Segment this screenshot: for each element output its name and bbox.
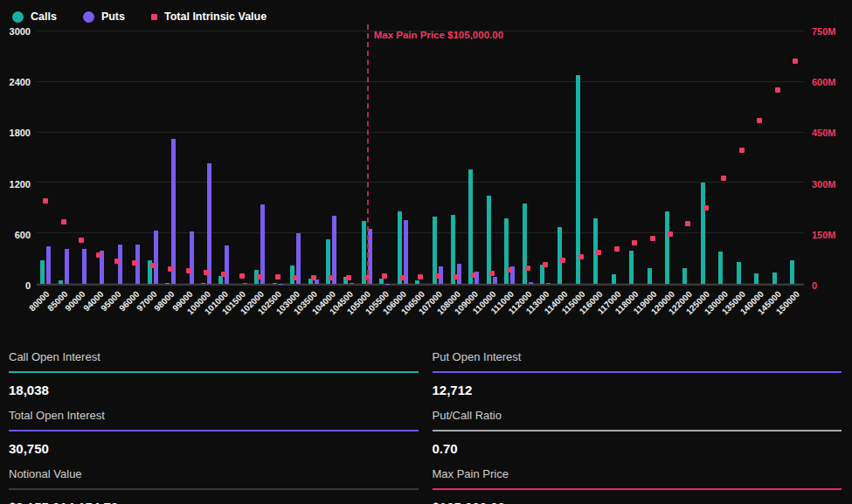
calls-bar[interactable] — [59, 280, 63, 284]
intrinsic-value-point[interactable] — [757, 118, 762, 123]
intrinsic-value-point[interactable] — [739, 148, 745, 153]
intrinsic-value-point[interactable] — [293, 275, 298, 280]
intrinsic-value-point[interactable] — [150, 263, 156, 268]
intrinsic-value-point[interactable] — [793, 59, 798, 64]
calls-bar[interactable] — [398, 211, 402, 284]
intrinsic-value-point[interactable] — [275, 274, 281, 280]
strike-group-96000 — [126, 31, 143, 284]
calls-bar[interactable] — [362, 221, 366, 284]
intrinsic-value-point[interactable] — [132, 260, 137, 266]
intrinsic-value-point[interactable] — [685, 221, 690, 226]
intrinsic-value-point[interactable] — [454, 274, 459, 280]
strike-group-102500 — [268, 31, 286, 284]
intrinsic-value-point[interactable] — [43, 198, 48, 204]
right-axis-tick: 450M — [812, 128, 836, 138]
calls-bar[interactable] — [737, 262, 741, 284]
puts-bar[interactable] — [82, 249, 87, 284]
puts-bar[interactable] — [546, 283, 551, 284]
intrinsic-value-point[interactable] — [186, 268, 191, 273]
strike-group-111000 — [501, 31, 518, 284]
intrinsic-value-point[interactable] — [632, 240, 637, 245]
calls-bar[interactable] — [201, 283, 205, 284]
intrinsic-value-point[interactable] — [96, 252, 101, 258]
calls-bar[interactable] — [629, 251, 634, 284]
intrinsic-value-point[interactable] — [382, 273, 387, 279]
legend-item-calls[interactable]: Calls — [12, 10, 57, 23]
intrinsic-value-point[interactable] — [418, 274, 423, 280]
chart-plot-area: Max Pain Price $105,000.00 — [37, 31, 804, 286]
calls-bar[interactable] — [612, 274, 616, 284]
puts-bar[interactable] — [243, 283, 247, 284]
calls-bar[interactable] — [540, 265, 544, 284]
calls-bar[interactable] — [504, 218, 509, 284]
calls-bar[interactable] — [40, 260, 45, 284]
intrinsic-value-point[interactable] — [614, 246, 620, 252]
calls-bar[interactable] — [665, 211, 669, 284]
stat-value: 12,712 — [433, 383, 842, 397]
intrinsic-value-point[interactable] — [596, 250, 601, 255]
intrinsic-value-point[interactable] — [650, 236, 655, 241]
intrinsic-value-point[interactable] — [329, 275, 334, 280]
intrinsic-value-point[interactable] — [204, 270, 209, 275]
calls-bar[interactable] — [576, 75, 580, 284]
intrinsic-value-point[interactable] — [221, 272, 226, 277]
intrinsic-value-point[interactable] — [257, 274, 262, 280]
calls-bar[interactable] — [165, 283, 170, 284]
puts-bar[interactable] — [118, 245, 122, 284]
puts-bar[interactable] — [332, 216, 336, 285]
intrinsic-value-point[interactable] — [311, 275, 316, 280]
intrinsic-value-point[interactable] — [489, 271, 495, 276]
intrinsic-value-point[interactable] — [525, 266, 530, 271]
legend-item-puts[interactable]: Puts — [83, 10, 125, 23]
intrinsic-value-point[interactable] — [61, 219, 66, 224]
intrinsic-value-point[interactable] — [400, 275, 405, 280]
right-axis-tick: 0 — [812, 280, 817, 291]
intrinsic-value-point[interactable] — [239, 273, 245, 279]
intrinsic-value-point[interactable] — [507, 267, 512, 273]
calls-bar[interactable] — [218, 276, 223, 284]
calls-bar[interactable] — [273, 283, 277, 284]
puts-bar[interactable] — [404, 220, 408, 284]
strike-group-107000 — [429, 31, 447, 284]
intrinsic-value-point[interactable] — [560, 258, 565, 263]
intrinsic-value-point[interactable] — [668, 231, 673, 237]
intrinsic-value-point[interactable] — [775, 87, 780, 93]
puts-bar[interactable] — [190, 231, 194, 284]
intrinsic-value-point[interactable] — [471, 273, 476, 278]
calls-bar[interactable] — [648, 268, 652, 284]
strike-group-102000 — [251, 31, 268, 284]
calls-bar[interactable] — [415, 280, 419, 284]
legend-item-total-intrinsic-value[interactable]: Total Intrinsic Value — [151, 10, 267, 23]
strike-group-104000 — [322, 31, 340, 284]
puts-bar[interactable] — [65, 249, 69, 284]
intrinsic-value-point[interactable] — [578, 254, 584, 259]
puts-bar[interactable] — [493, 277, 497, 284]
intrinsic-value-point[interactable] — [114, 259, 120, 264]
puts-bar[interactable] — [529, 282, 533, 284]
intrinsic-value-point[interactable] — [79, 238, 84, 243]
calls-bar[interactable] — [718, 252, 723, 284]
calls-bar[interactable] — [772, 273, 777, 284]
puts-bar[interactable] — [46, 246, 51, 284]
calls-bar[interactable] — [701, 183, 705, 284]
intrinsic-value-point[interactable] — [703, 205, 709, 211]
calls-bar[interactable] — [790, 260, 794, 284]
puts-bar[interactable] — [154, 231, 158, 284]
calls-bar[interactable] — [523, 204, 527, 284]
puts-bar[interactable] — [171, 139, 176, 284]
puts-bar[interactable] — [207, 163, 211, 284]
intrinsic-value-point[interactable] — [168, 266, 173, 272]
stat-card-notional-value: Notional Value$3,155,014,154.76 — [9, 459, 419, 504]
intrinsic-value-point[interactable] — [543, 262, 548, 267]
puts-bar[interactable] — [225, 245, 229, 284]
calls-bar[interactable] — [468, 169, 473, 284]
puts-bar[interactable] — [350, 283, 354, 284]
intrinsic-value-point[interactable] — [435, 273, 440, 279]
calls-bar[interactable] — [754, 273, 758, 284]
calls-bar[interactable] — [558, 227, 562, 284]
calls-bar[interactable] — [379, 279, 384, 284]
calls-bar[interactable] — [682, 268, 687, 284]
intrinsic-value-point[interactable] — [721, 176, 726, 181]
puts-bar[interactable] — [260, 204, 265, 284]
intrinsic-value-point[interactable] — [346, 275, 351, 280]
